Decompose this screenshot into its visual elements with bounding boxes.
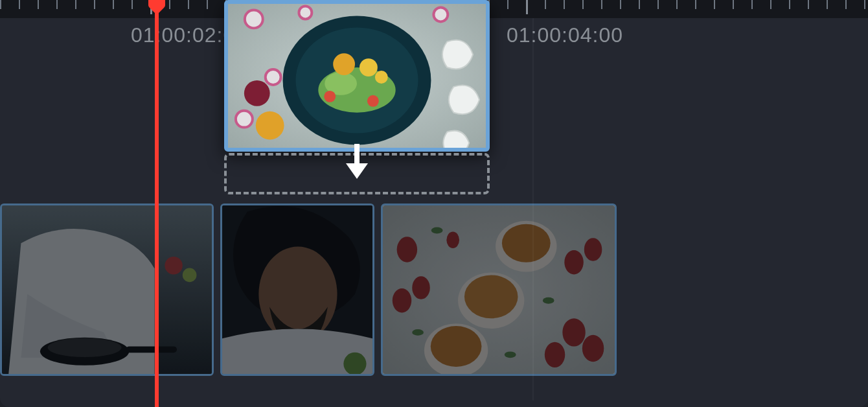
drop-arrow-icon — [341, 144, 373, 184]
clip-thumbnail-plated-dish — [228, 4, 486, 148]
ruler-tick-major — [526, 0, 528, 14]
svg-point-8 — [375, 71, 388, 84]
ruler-tick-minor — [620, 0, 621, 9]
timecode-2: 01:00:04:00 — [507, 23, 623, 47]
timeline-grid-line — [532, 18, 534, 401]
ruler-tick-minor — [56, 0, 58, 9]
ruler-tick-minor — [601, 0, 602, 9]
svg-point-11 — [245, 10, 263, 29]
playhead[interactable] — [155, 0, 159, 407]
playhead-handle-icon[interactable] — [147, 0, 166, 14]
ruler-tick-minor — [845, 0, 847, 9]
ruler-tick-minor — [639, 0, 640, 9]
ruler-tick-minor — [0, 0, 1, 9]
ruler-tick-minor — [695, 0, 696, 9]
ruler-tick-minor — [789, 0, 790, 9]
svg-point-6 — [333, 53, 355, 75]
ruler-tick-minor — [864, 0, 865, 9]
ruler-tick-minor — [507, 0, 508, 9]
svg-point-15 — [433, 8, 448, 22]
ruler-tick-minor — [188, 0, 189, 9]
svg-rect-18 — [354, 144, 360, 165]
ruler-tick-minor — [582, 0, 584, 9]
ruler-tick-minor — [564, 0, 565, 9]
ruler-tick-minor — [808, 0, 809, 9]
ruler-tick-minor — [131, 0, 133, 9]
ruler-tick-minor — [751, 0, 753, 9]
ruler-tick-minor — [19, 0, 20, 9]
svg-point-9 — [324, 91, 336, 102]
track-clip-3[interactable] — [381, 204, 617, 376]
svg-point-12 — [266, 69, 281, 85]
ruler-tick-minor — [714, 0, 715, 9]
ruler-tick-minor — [733, 0, 734, 9]
ruler-tick-minor — [75, 0, 76, 9]
ruler-tick-minor — [94, 0, 95, 9]
ruler-tick-minor — [545, 0, 546, 9]
svg-point-14 — [299, 6, 312, 19]
svg-point-17 — [256, 111, 284, 140]
svg-point-13 — [236, 111, 253, 128]
ruler-tick-minor — [169, 0, 170, 9]
dragged-clip[interactable] — [224, 0, 490, 152]
track-clip-1[interactable] — [0, 204, 214, 376]
svg-point-16 — [244, 80, 270, 106]
ruler-tick-minor — [207, 0, 208, 9]
svg-point-7 — [360, 58, 378, 76]
ruler-tick-minor — [676, 0, 678, 9]
ruler-tick-minor — [827, 0, 828, 9]
ruler-tick-minor — [657, 0, 659, 9]
svg-point-10 — [367, 95, 379, 107]
ruler-tick-minor — [770, 0, 771, 9]
ruler-tick-minor — [38, 0, 39, 9]
ruler-tick-minor — [113, 0, 114, 9]
track-clip-2[interactable] — [220, 204, 374, 376]
